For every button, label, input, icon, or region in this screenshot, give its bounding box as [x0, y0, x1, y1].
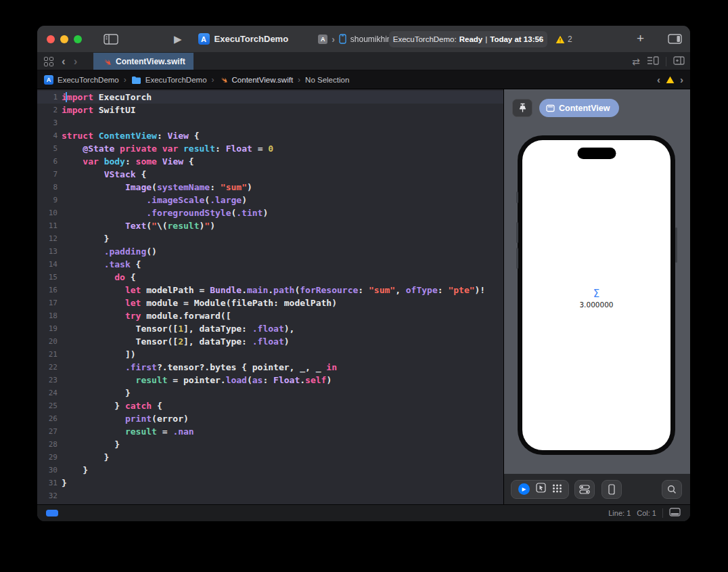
- activity-progress-chip[interactable]: [46, 510, 58, 516]
- breadcrumb-project[interactable]: ExecuTorchDemo: [58, 76, 119, 84]
- breadcrumb-file[interactable]: ContentView.swift: [232, 76, 294, 84]
- code-line[interactable]: 14 .task {: [37, 258, 503, 271]
- line-number: 12: [37, 234, 62, 243]
- next-issue-icon[interactable]: ›: [680, 74, 683, 85]
- code-line[interactable]: 22 .first?.tensor?.bytes { pointer, _, _…: [37, 361, 503, 374]
- code-line[interactable]: 10 .foregroundStyle(.tint): [37, 206, 503, 219]
- code-text: }: [62, 452, 109, 462]
- code-text: VStack {: [62, 169, 146, 179]
- code-text: import ExecuTorch: [62, 92, 152, 102]
- code-line[interactable]: 32: [37, 489, 503, 502]
- live-preview-button[interactable]: ▶: [518, 483, 530, 495]
- code-text: result = .nan: [62, 426, 194, 437]
- go-forward-icon[interactable]: ›: [74, 56, 78, 67]
- code-line[interactable]: 13 .padding(): [37, 245, 503, 258]
- activity-status[interactable]: ExecuTorchDemo: Ready | Today at 13:56: [389, 31, 547, 47]
- breadcrumb-selection[interactable]: No Selection: [305, 76, 349, 84]
- go-back-icon[interactable]: ‹: [62, 56, 66, 67]
- code-line[interactable]: 1import ExecuTorch: [37, 91, 503, 104]
- code-line[interactable]: 29 }: [37, 451, 503, 464]
- code-line[interactable]: 15 do {: [37, 271, 503, 284]
- warning-indicator[interactable]: 2: [555, 35, 572, 44]
- line-number: 30: [37, 466, 62, 475]
- tab-contentview-swift[interactable]: ContentView.swift: [93, 53, 194, 70]
- code-line[interactable]: 17 let module = Module(filePath: modelPa…: [37, 296, 503, 309]
- code-line[interactable]: 18 try module.forward([: [37, 309, 503, 322]
- line-number: 31: [37, 479, 62, 487]
- device-settings-button[interactable]: [574, 480, 595, 499]
- tab-overview-icon[interactable]: [44, 57, 53, 66]
- minimize-window-button[interactable]: [60, 35, 68, 43]
- code-line[interactable]: 3: [37, 116, 503, 129]
- line-number: 15: [37, 273, 62, 282]
- code-text: Tensor([2], dataType: .float): [62, 336, 290, 347]
- code-line[interactable]: 7 VStack {: [37, 168, 503, 181]
- related-items-icon[interactable]: ⇄: [632, 56, 640, 67]
- previous-issue-icon[interactable]: ‹: [657, 74, 660, 85]
- code-line[interactable]: 31}: [37, 477, 503, 489]
- code-line[interactable]: 4struct ContentView: View {: [37, 129, 503, 142]
- code-line[interactable]: 16 let modelPath = Bundle.main.path(forR…: [37, 284, 503, 296]
- toggle-navigator-icon[interactable]: [104, 34, 118, 45]
- line-number: 3: [37, 118, 62, 127]
- code-line[interactable]: 6 var body: some View {: [37, 155, 503, 168]
- breadcrumb-folder[interactable]: ExecuTorchDemo: [145, 76, 207, 84]
- code-line[interactable]: 28 }: [37, 438, 503, 451]
- close-window-button[interactable]: [47, 35, 55, 43]
- code-text: struct ContentView: View {: [62, 131, 200, 141]
- preview-target-chip[interactable]: ContentView: [539, 99, 619, 117]
- code-text: import SwiftUI: [62, 105, 136, 115]
- titlebar: ▶ A ExecuTorchDemo A › shoumikhin-ph Exe…: [37, 26, 690, 53]
- code-line[interactable]: 26 print(error): [37, 412, 503, 425]
- line-number: 11: [37, 221, 62, 230]
- code-line[interactable]: 9 .imageScale(.large): [37, 194, 503, 206]
- preview-pane: ContentView Σ 3.000000 ▶: [504, 89, 690, 504]
- tab-label: ContentView.swift: [116, 57, 185, 66]
- add-editor-icon[interactable]: [673, 56, 685, 68]
- editor-options-icon[interactable]: [647, 56, 659, 68]
- line-number: 1: [37, 93, 62, 102]
- code-text: @State private var result: Float = 0: [62, 144, 273, 154]
- source-editor[interactable]: 1import ExecuTorch2import SwiftUI34struc…: [37, 89, 504, 504]
- preview-zoom-button[interactable]: [662, 480, 682, 499]
- code-line[interactable]: 11 Text("\(result)"): [37, 219, 503, 232]
- run-button[interactable]: ▶: [174, 33, 182, 45]
- cursor-col-indicator: Col: 1: [637, 509, 656, 517]
- zoom-window-button[interactable]: [74, 35, 82, 43]
- line-number: 19: [37, 324, 62, 333]
- line-number: 32: [37, 491, 62, 500]
- code-line[interactable]: 20 Tensor([2], dataType: .float): [37, 335, 503, 348]
- toggle-debug-area-icon[interactable]: [669, 507, 681, 519]
- code-line[interactable]: 2import SwiftUI: [37, 104, 503, 116]
- status-target: ExecuTorchDemo:: [393, 35, 457, 43]
- code-line[interactable]: 25 } catch {: [37, 399, 503, 412]
- selectable-mode-icon[interactable]: [536, 483, 546, 496]
- line-number: 17: [37, 299, 62, 307]
- code-line[interactable]: 5 @State private var result: Float = 0: [37, 142, 503, 155]
- line-number: 5: [37, 144, 62, 153]
- code-line[interactable]: 24 }: [37, 387, 503, 399]
- pin-preview-button[interactable]: [512, 99, 532, 117]
- toolbar-divider: [666, 57, 666, 66]
- warning-triangle-icon[interactable]: [666, 76, 675, 84]
- code-line[interactable]: 8 Image(systemName: "sum"): [37, 181, 503, 194]
- line-number: 6: [37, 157, 62, 166]
- code-line[interactable]: 19 Tensor([1], dataType: .float),: [37, 322, 503, 335]
- code-line[interactable]: 30 }: [37, 464, 503, 477]
- line-number: 20: [37, 337, 62, 346]
- code-line[interactable]: 12 }: [37, 232, 503, 245]
- code-line[interactable]: 21 ]): [37, 348, 503, 361]
- new-tab-button[interactable]: +: [637, 31, 644, 46]
- variants-mode-icon[interactable]: [552, 483, 562, 496]
- editor-layout-icon[interactable]: [668, 34, 682, 47]
- magnifier-icon: [667, 485, 677, 494]
- status-divider: |: [485, 35, 487, 43]
- code-line[interactable]: 23 result = pointer.load(as: Float.self): [37, 374, 503, 387]
- volume-up-button: [516, 222, 518, 243]
- code-line[interactable]: 27 result = .nan: [37, 425, 503, 438]
- statusbar: Line: 1 Col: 1: [37, 504, 690, 521]
- code-text: do {: [62, 272, 136, 282]
- preview-device-button[interactable]: [601, 480, 622, 499]
- preview-app-screen[interactable]: Σ 3.000000: [522, 140, 670, 450]
- line-number: 21: [37, 350, 62, 359]
